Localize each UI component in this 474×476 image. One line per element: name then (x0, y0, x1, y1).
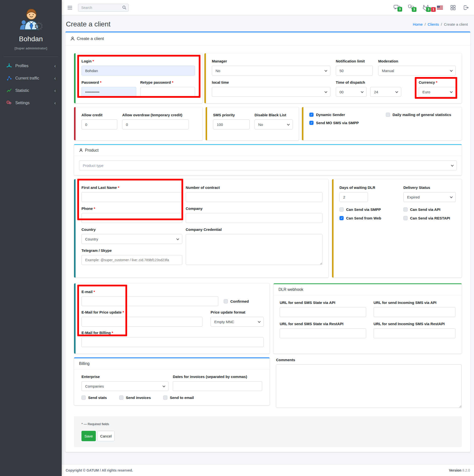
email-price-update-input[interactable] (81, 317, 202, 327)
allow-overdraw-input[interactable] (122, 119, 189, 129)
sidebar-item-settings[interactable]: ⚙⚙ Settings ‹ (2, 97, 60, 109)
manager-select[interactable]: No (212, 66, 330, 76)
checkbox-box (339, 216, 344, 220)
daily-mailing-checkbox[interactable]: Daily mailing of general statistics (386, 113, 451, 117)
retype-password-input[interactable] (140, 87, 195, 97)
save-button[interactable]: Save (81, 431, 96, 441)
delivery-status-select[interactable]: Expired (403, 192, 456, 202)
breadcrumb-separator: / (425, 22, 426, 26)
notification-limit-input[interactable] (336, 66, 373, 76)
currency-field: Currency* Euro (419, 80, 456, 97)
apps-grid-button[interactable] (450, 5, 456, 10)
chevron-down-icon (324, 69, 327, 72)
dispatch-format-select[interactable]: 24 (370, 87, 401, 97)
breadcrumb-clients-link[interactable]: Clients (428, 22, 439, 26)
app-window: ⚙ Bohdan [Super administrator] Profiles … (0, 0, 474, 476)
invoice-dates-input[interactable] (173, 381, 262, 391)
name-input[interactable] (81, 192, 182, 202)
dispatch-hour-select[interactable]: 00 (336, 87, 367, 97)
email-input[interactable] (81, 296, 218, 306)
top-navbar: 3 3 31 (62, 0, 474, 15)
delivery-status-label: Delivery Status (403, 185, 456, 190)
product-user-icon (79, 148, 83, 152)
sidebar-item-label: Statistic (15, 88, 54, 93)
send-invoices-checkbox[interactable]: Send invoices (119, 396, 151, 400)
sidebar-item-profiles[interactable]: Profiles ‹ (2, 60, 60, 72)
checkbox-box (224, 299, 228, 303)
hamburger-menu-icon[interactable] (68, 6, 72, 9)
logout-button[interactable] (463, 5, 469, 10)
company-credential-label: Company Credential (186, 227, 322, 232)
send-stats-checkbox[interactable]: Send stats (81, 396, 107, 400)
dynamic-sender-checkbox[interactable]: Dynamic Sender (309, 113, 386, 117)
contract-field: Number of contract (186, 185, 322, 202)
contract-input[interactable] (186, 192, 322, 202)
form-footer: * — Required fields Save Cancel (74, 416, 462, 447)
can-send-restapi-checkbox[interactable]: Can Send via RESTAPI (403, 216, 450, 220)
country-select[interactable]: Country (81, 234, 182, 244)
webhook-field: URL for send SMS State via RestAPI (280, 321, 366, 338)
enterprise-select[interactable]: Companies (81, 381, 168, 391)
chevron-down-icon (287, 123, 290, 125)
price-update-format-select[interactable]: Empty MNC (211, 317, 264, 327)
checkbox-box (81, 396, 86, 400)
delivery-status-field: Delivery Status Expired (403, 185, 456, 202)
webhook-label: URL for send Incoming SMS via API (374, 300, 455, 305)
notification-limit-label: Notification limit (336, 59, 373, 63)
phone-input[interactable] (81, 213, 182, 223)
can-send-web-checkbox[interactable]: Can Send from Web (339, 216, 397, 220)
comments-label: Comments (276, 357, 462, 362)
password-input[interactable] (81, 87, 136, 97)
chevron-down-icon (450, 69, 453, 72)
webhook-input[interactable] (280, 307, 366, 317)
email-billing-field: E-Mail for Billing* (81, 330, 264, 347)
webhook-field: URL for send SMS State via API (280, 300, 366, 317)
sidebar-item-statistic[interactable]: Statistic ‹ (2, 85, 60, 96)
language-switcher[interactable] (437, 6, 443, 10)
send-mo-sms-checkbox[interactable]: Send MO SMS via SMPP (309, 121, 386, 125)
moderation-button[interactable]: 3 (408, 4, 415, 11)
allow-credit-input[interactable] (81, 119, 117, 129)
email-billing-input[interactable] (81, 337, 264, 347)
webhook-input[interactable] (374, 328, 455, 338)
comments-textarea[interactable] (276, 364, 462, 408)
sms-group: SMS priority Disable Black List No (206, 107, 299, 140)
messages-button[interactable]: 3 (394, 5, 400, 11)
main-area: 3 3 31 (62, 0, 474, 476)
user-avatar[interactable]: ⚙ (19, 7, 43, 31)
can-send-smpp-checkbox[interactable]: Can Send via SMPP (339, 207, 397, 212)
cancel-button[interactable]: Cancel (97, 431, 115, 441)
required-asterisk: * (123, 310, 124, 314)
company-input[interactable] (186, 213, 322, 223)
currency-select[interactable]: Euro (419, 87, 456, 97)
webhook-input[interactable] (280, 328, 366, 338)
days-waiting-dlr-input[interactable] (339, 192, 368, 202)
page-title: Create a client (66, 20, 111, 28)
email-confirmed-checkbox[interactable]: Confirmed (224, 299, 249, 303)
alerts-button[interactable]: 31 (422, 4, 430, 11)
sms-priority-input[interactable] (213, 119, 250, 129)
chevron-down-icon (258, 320, 260, 323)
price-update-format-label: Price update format (211, 310, 264, 315)
required-asterisk: * (436, 80, 437, 84)
admin-avatar-icon: ⚙ (19, 7, 43, 31)
sidebar-item-current-traffic[interactable]: Current traffic ‹ (2, 73, 60, 84)
login-input[interactable] (81, 66, 195, 76)
logout-icon (463, 5, 469, 10)
telegram-input[interactable] (81, 255, 182, 265)
checkbox-label: Daily mailing of general statistics (393, 113, 451, 117)
send-to-email-checkbox[interactable]: Send to email (163, 396, 194, 400)
product-type-select[interactable]: Product type (79, 160, 457, 170)
breadcrumb-home-link[interactable]: Home (413, 22, 423, 26)
company-credential-textarea[interactable] (186, 234, 322, 265)
local-time-select[interactable] (212, 87, 330, 97)
search-input[interactable] (78, 4, 129, 12)
checkbox-box (403, 216, 408, 220)
can-send-api-checkbox[interactable]: Can Send via API (403, 207, 440, 212)
webhook-input[interactable] (374, 307, 455, 317)
sidebar-user-role: [Super administrator] (0, 46, 62, 50)
moderation-select[interactable]: Manual (378, 66, 456, 76)
chevron-down-icon (395, 90, 398, 93)
search-icon[interactable] (122, 5, 126, 10)
blacklist-select[interactable]: No (255, 119, 293, 129)
